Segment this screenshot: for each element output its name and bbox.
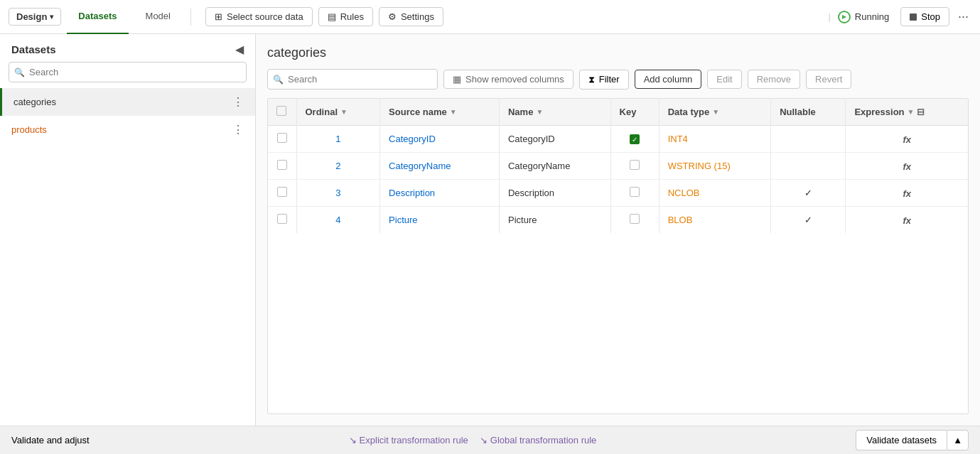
tab-datasets[interactable]: Datasets — [67, 0, 128, 34]
settings-button[interactable]: ⚙ Settings — [379, 7, 443, 26]
remove-button[interactable]: Remove — [748, 70, 800, 89]
cell-ordinal: 4 — [296, 207, 380, 234]
content-search-input[interactable] — [267, 69, 438, 90]
expression-fx-icon[interactable]: fx — [903, 134, 911, 145]
add-column-button[interactable]: Add column — [635, 70, 702, 89]
cell-key — [610, 126, 659, 153]
pipe-divider: | — [828, 11, 830, 22]
cell-data-type: INT4 — [659, 126, 771, 153]
expression-fx-icon[interactable]: fx — [903, 161, 911, 172]
nullable-check: ✓ — [804, 215, 812, 225]
validate-chevron-button[interactable]: ▲ — [947, 430, 969, 450]
cell-data-type: NCLOB — [659, 180, 771, 207]
row-checkbox-cell — [268, 126, 296, 153]
global-transformation-link[interactable]: ↘ Global transformation rule — [480, 435, 597, 445]
explicit-arrow-icon: ↘ — [349, 435, 357, 445]
stop-icon — [910, 13, 917, 21]
row-checkbox[interactable] — [277, 214, 287, 224]
sidebar-item-more-icon[interactable]: ⋮ — [232, 123, 244, 136]
th-name: Name ▼ — [499, 99, 610, 126]
collapse-sidebar-button[interactable]: ◀ — [235, 43, 244, 56]
validate-datasets-button[interactable]: Validate datasets — [856, 430, 947, 450]
cell-ordinal: 1 — [296, 126, 380, 153]
th-ordinal: Ordinal ▼ — [296, 99, 380, 126]
content-search-icon: 🔍 — [273, 75, 284, 85]
th-key: Key — [610, 99, 659, 126]
table-header-row: Ordinal ▼ Source name ▼ — [268, 99, 968, 126]
chevron-up-icon: ▲ — [953, 435, 962, 445]
filter-icon: ⧗ — [588, 74, 595, 85]
table-row: 3 Description Description NCLOB ✓ fx — [268, 180, 968, 207]
row-checkbox[interactable] — [277, 160, 287, 170]
row-checkbox-cell — [268, 180, 296, 207]
sidebar-item-label: products — [11, 124, 47, 135]
revert-button[interactable]: Revert — [806, 70, 851, 89]
validate-label-area: Validate and adjust — [11, 435, 90, 445]
cell-key — [610, 207, 659, 234]
cell-name: Description — [499, 180, 610, 207]
cell-key — [610, 153, 659, 180]
row-checkbox-cell — [268, 153, 296, 180]
cell-expression: fx — [846, 180, 968, 207]
footer-links: ↘ Explicit transformation rule ↘ Global … — [349, 435, 597, 445]
design-button[interactable]: Design ▾ — [9, 8, 61, 26]
data-table-wrap: Ordinal ▼ Source name ▼ — [267, 98, 969, 414]
name-filter-icon[interactable]: ▼ — [536, 108, 543, 116]
cell-name: Picture — [499, 207, 610, 234]
key-checkbox[interactable] — [630, 134, 640, 144]
select-all-header — [268, 99, 296, 126]
expression-filter-icon[interactable]: ▼ — [908, 108, 915, 116]
explicit-transformation-link[interactable]: ↘ Explicit transformation rule — [349, 435, 468, 445]
validate-adjust-label: Validate and adjust — [11, 435, 90, 445]
expression-fx-icon[interactable]: fx — [903, 215, 911, 226]
sidebar-item-more-icon[interactable]: ⋮ — [232, 95, 244, 109]
key-checkbox[interactable] — [630, 214, 640, 224]
topbar-actions: ⊞ Select source data ▤ Rules ⚙ Settings — [205, 7, 443, 26]
cell-expression: fx — [846, 126, 968, 153]
select-all-checkbox[interactable] — [276, 106, 286, 116]
column-visibility-icon[interactable]: ⊟ — [917, 107, 925, 117]
cell-source-name: Description — [380, 180, 500, 207]
content-area: categories 🔍 ▦ Show removed columns ⧗ Fi… — [256, 34, 980, 426]
key-checkbox[interactable] — [630, 187, 640, 197]
source-name-filter-icon[interactable]: ▼ — [450, 108, 457, 116]
tab-model[interactable]: Model — [134, 0, 182, 34]
sidebar-item-products[interactable]: products ⋮ — [0, 116, 255, 144]
page-title: categories — [267, 45, 969, 60]
ordinal-filter-icon[interactable]: ▼ — [340, 108, 348, 116]
cell-expression: fx — [846, 207, 968, 234]
rules-button[interactable]: ▤ Rules — [318, 7, 373, 26]
more-options-button[interactable]: ··· — [955, 6, 971, 27]
cell-source-name: Picture — [380, 207, 500, 234]
select-source-data-button[interactable]: ⊞ Select source data — [205, 7, 313, 26]
cell-ordinal: 2 — [296, 153, 380, 180]
row-checkbox[interactable] — [277, 133, 287, 143]
sidebar-item-label: categories — [14, 97, 56, 107]
row-checkbox[interactable] — [277, 187, 287, 197]
running-indicator: | Running — [825, 11, 889, 23]
sidebar: Datasets ◀ 🔍 categories ⋮ products ⋮ — [0, 34, 256, 426]
data-type-filter-icon[interactable]: ▼ — [712, 108, 719, 116]
sidebar-item-categories[interactable]: categories ⋮ — [0, 88, 255, 116]
edit-button[interactable]: Edit — [707, 70, 741, 89]
stop-button[interactable]: Stop — [900, 7, 949, 26]
filter-button[interactable]: ⧗ Filter — [579, 70, 629, 90]
cell-key — [610, 180, 659, 207]
nullable-check: ✓ — [804, 188, 812, 198]
cell-nullable — [771, 126, 846, 153]
table-row: 1 CategoryID CategoryID INT4 fx — [268, 126, 968, 153]
chevron-down-icon: ▾ — [50, 13, 53, 21]
sidebar-search-input[interactable] — [9, 62, 247, 82]
cell-data-type: WSTRING (15) — [659, 153, 771, 180]
global-arrow-icon: ↘ — [480, 435, 488, 445]
key-checkbox[interactable] — [630, 160, 640, 170]
select-source-icon: ⊞ — [215, 11, 222, 22]
th-expression: Expression ▼ ⊟ — [846, 99, 968, 126]
show-removed-columns-button[interactable]: ▦ Show removed columns — [443, 70, 574, 89]
content-toolbar: 🔍 ▦ Show removed columns ⧗ Filter Add co… — [267, 69, 969, 90]
th-nullable: Nullable — [771, 99, 846, 126]
gear-icon: ⚙ — [388, 11, 397, 22]
cell-expression: fx — [846, 153, 968, 180]
sidebar-items-list: categories ⋮ products ⋮ — [0, 88, 255, 426]
expression-fx-icon[interactable]: fx — [903, 188, 911, 199]
